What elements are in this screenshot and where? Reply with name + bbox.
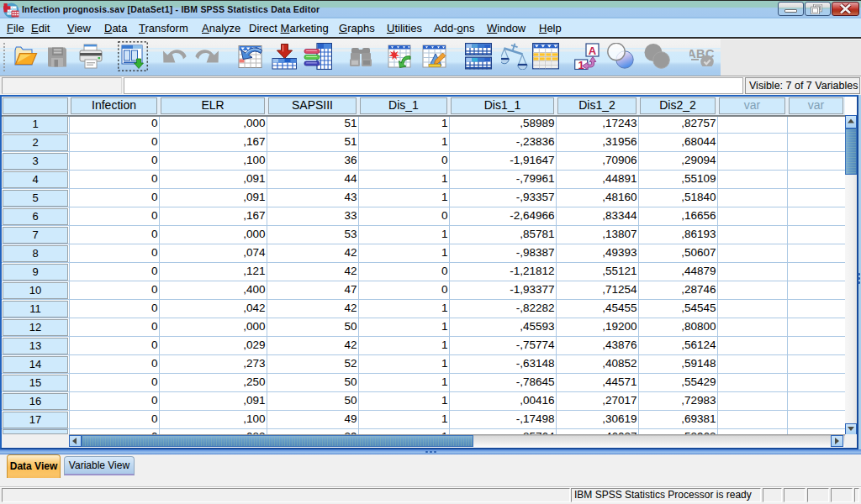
svg-text:A: A	[589, 45, 597, 57]
svg-text:1: 1	[578, 59, 584, 71]
